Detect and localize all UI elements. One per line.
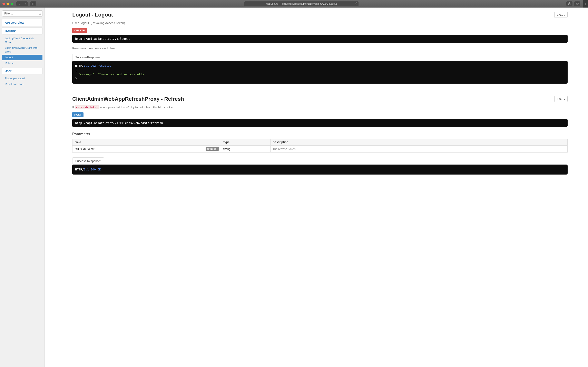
http-method-badge: DELETE — [72, 28, 87, 33]
table-row: refresh_token optional String The refres… — [72, 146, 568, 152]
sidebar: x API Overview OAuth2 Login (Client Cred… — [0, 8, 45, 367]
svg-rect-4 — [576, 3, 579, 4]
oauth2-items: Login (Client Credentials Grant) Login (… — [2, 36, 43, 66]
address-bar[interactable]: Not Secure — apiato.test/api/documentati… — [244, 1, 359, 6]
window-controls — [2, 3, 13, 5]
tabs-button[interactable] — [574, 1, 580, 6]
endpoint-refresh: ClientAdminWebAppRefreshProxy - Refresh … — [72, 96, 568, 175]
nav-buttons — [16, 1, 28, 6]
new-tab-button[interactable]: + — [583, 0, 588, 8]
parameter-table: Field Type Description refresh_token opt… — [72, 139, 568, 152]
response-code-block: HTTP/1.1 202 Accepted { "message": "Toke… — [72, 61, 568, 83]
filter-wrap: x — [2, 10, 43, 17]
user-items: Forgot password Reset Password — [2, 76, 43, 87]
share-button[interactable] — [566, 1, 572, 6]
sidebar-item-logout[interactable]: Logout — [2, 55, 43, 60]
url-text: Not Secure — apiato.test/api/documentati… — [266, 2, 337, 5]
param-type-cell: String — [221, 146, 270, 152]
optional-badge: optional — [206, 147, 219, 151]
endpoint-logout: Logout - Logout 1.0.0 User Logout. (Revo… — [72, 12, 568, 83]
svg-rect-0 — [32, 3, 35, 5]
endpoint-url: http://api.apiato.test/v1/clients/web/ad… — [72, 119, 568, 127]
filter-input[interactable] — [2, 10, 43, 17]
back-button[interactable] — [16, 1, 22, 6]
section-title: API Overview — [5, 21, 40, 24]
inline-code: refresh_token — [75, 105, 99, 109]
th-type: Type — [221, 139, 270, 146]
sidebar-item-refresh[interactable]: Refresh — [2, 60, 43, 66]
endpoint-url: http://api.apiato.test/v1/logout — [72, 35, 568, 43]
sidebar-section-user[interactable]: User — [2, 67, 43, 75]
version-dropdown[interactable]: 1.0.0 — [554, 12, 568, 18]
endpoint-description: User Logout. (Revoking Access Token) — [72, 21, 568, 25]
permission-label: Permission: Authenticated User — [72, 47, 568, 50]
sidebar-item-reset-password[interactable]: Reset Password — [2, 81, 43, 87]
response-code-block: HTTP/1.1 200 OK — [72, 165, 568, 175]
maximize-window-icon[interactable] — [11, 3, 13, 5]
sidebar-item-forgot-password[interactable]: Forgot password — [2, 76, 43, 81]
endpoint-description: If refresh_token is not provided the w'l… — [72, 105, 568, 109]
sidebar-item-login-client-credentials[interactable]: Login (Client Credentials Grant) — [2, 36, 43, 45]
sidebar-section-oauth2[interactable]: OAuth2 — [2, 27, 43, 34]
forward-button[interactable] — [22, 1, 28, 6]
browser-toolbar: Not Secure — apiato.test/api/documentati… — [0, 0, 588, 8]
clear-filter-icon[interactable]: x — [39, 12, 41, 15]
sidebar-toggle-button[interactable] — [30, 1, 36, 6]
sidebar-item-login-password-grant[interactable]: Login (Password Grant with proxy) — [2, 45, 43, 54]
reload-icon[interactable] — [355, 2, 357, 5]
toolbar-right — [566, 1, 580, 6]
section-title: OAuth2 — [5, 29, 40, 33]
param-desc-cell: The refresh Token — [270, 146, 568, 152]
main-content[interactable]: Logout - Logout 1.0.0 User Logout. (Revo… — [45, 8, 588, 367]
endpoint-title: ClientAdminWebAppRefreshProxy - Refresh — [72, 96, 184, 102]
minimize-window-icon[interactable] — [7, 3, 9, 5]
svg-rect-3 — [576, 3, 578, 5]
endpoint-title: Logout - Logout — [72, 12, 113, 18]
version-dropdown[interactable]: 1.0.0 — [554, 96, 568, 102]
close-window-icon[interactable] — [2, 3, 5, 5]
th-field: Field — [72, 139, 221, 146]
http-method-badge: POST — [72, 112, 84, 117]
section-title: User — [5, 69, 40, 73]
th-desc: Description — [270, 139, 568, 146]
sidebar-section-overview[interactable]: API Overview — [2, 19, 43, 26]
parameter-heading: Parameter — [72, 132, 568, 136]
success-response-tab[interactable]: Success-Response: — [72, 54, 104, 61]
param-field-cell: refresh_token optional — [72, 146, 221, 152]
success-response-tab[interactable]: Success-Response: — [72, 157, 104, 165]
